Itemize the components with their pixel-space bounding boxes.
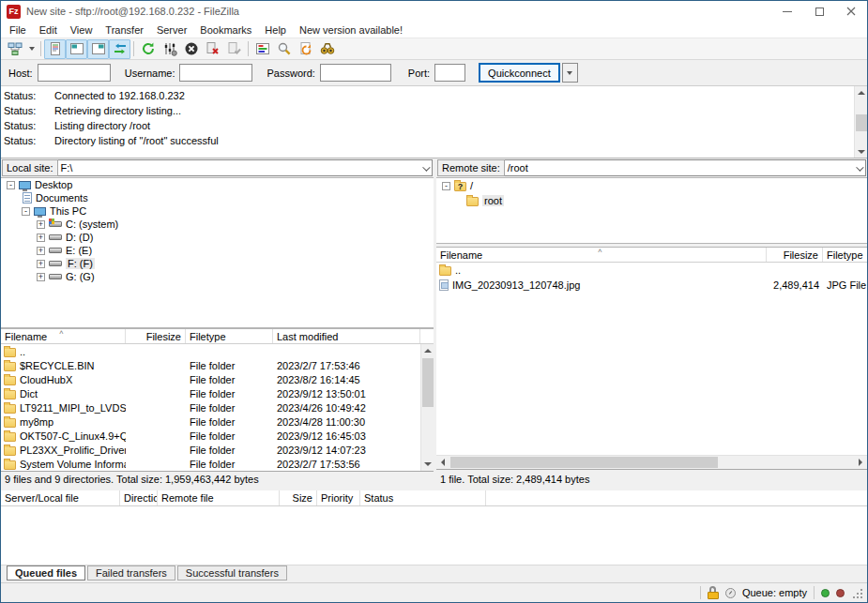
file-name: OKT507-C_Linux4.9+QT5.... — [20, 430, 126, 442]
scroll-left-button[interactable] — [436, 456, 449, 469]
expander-box[interactable]: + — [37, 234, 45, 242]
tree-item-documents[interactable]: Documents — [1, 191, 434, 204]
tree-label: / — [470, 180, 473, 191]
file-row[interactable]: PL23XX_Prolific_DriverInst... File folde… — [1, 443, 434, 457]
close-button[interactable] — [835, 1, 867, 22]
log-message: Listing directory /root — [54, 118, 150, 133]
file-row-up[interactable]: .. — [1, 344, 434, 358]
tab-queued-files[interactable]: Queued files — [7, 565, 85, 580]
menu-help[interactable]: Help — [258, 24, 293, 36]
port-input[interactable] — [434, 64, 465, 82]
refresh-button[interactable] — [137, 39, 159, 59]
file-row[interactable]: LT9211_MIPI_to_LVDS_HV... File folder 20… — [1, 400, 434, 415]
scroll-up-button[interactable] — [855, 86, 867, 99]
remote-hscrollbar[interactable] — [436, 455, 867, 469]
column-spacer — [486, 490, 867, 505]
expander-box[interactable]: - — [442, 182, 450, 190]
remote-site-combo[interactable]: /root — [505, 159, 866, 176]
message-log-icon — [48, 41, 63, 56]
file-row[interactable]: $RECYCLE.BIN File folder 2023/2/7 17:53:… — [1, 358, 434, 372]
site-manager-button[interactable] — [4, 39, 25, 59]
menu-new-version[interactable]: New version available! — [293, 24, 409, 36]
column-status[interactable]: Status — [360, 490, 486, 505]
scroll-down-button[interactable] — [421, 458, 434, 471]
scroll-thumb[interactable] — [450, 457, 718, 468]
disconnect-button[interactable] — [202, 39, 223, 59]
app-logo-icon: Fz — [7, 5, 21, 19]
tree-item-drive-c[interactable]: + C: (system) — [1, 218, 434, 231]
expander-box[interactable]: + — [37, 220, 45, 229]
folder-icon — [4, 432, 16, 442]
tab-successful-transfers[interactable]: Successful transfers — [177, 565, 287, 580]
tree-item-drive-d[interactable]: + D: (D) — [1, 231, 434, 244]
scroll-right-button[interactable] — [854, 456, 867, 469]
column-filesize[interactable]: Filesize — [767, 248, 823, 262]
menu-view[interactable]: View — [64, 24, 99, 36]
minimize-button[interactable] — [771, 1, 803, 22]
reconnect-button[interactable] — [223, 39, 245, 59]
scroll-thumb[interactable] — [422, 358, 434, 407]
toggle-message-log-button[interactable] — [44, 39, 66, 59]
column-filetype[interactable]: Filetype — [823, 248, 867, 262]
tree-item-drive-e[interactable]: + E: (E) — [1, 244, 434, 257]
tab-failed-transfers[interactable]: Failed transfers — [87, 565, 175, 580]
synchronized-browsing-button[interactable] — [295, 39, 316, 59]
scroll-thumb[interactable] — [856, 114, 867, 131]
file-row[interactable]: OKT507-C_Linux4.9+QT5.... File folder 20… — [1, 429, 434, 443]
expander-box[interactable]: - — [7, 181, 15, 189]
menu-file[interactable]: File — [3, 24, 33, 36]
expander-box[interactable]: + — [37, 273, 45, 281]
file-row-up[interactable]: .. — [436, 263, 867, 278]
tree-item-root[interactable]: root — [436, 193, 867, 208]
menu-server[interactable]: Server — [150, 24, 193, 36]
lock-icon[interactable] — [708, 586, 719, 599]
file-row[interactable]: IMG_20230913_120748.jpg 2,489,414 JPG Fi… — [436, 278, 867, 293]
maximize-button[interactable] — [803, 1, 835, 22]
cancel-operation-button[interactable] — [180, 39, 202, 59]
host-input[interactable] — [38, 64, 111, 82]
menu-edit[interactable]: Edit — [33, 24, 64, 36]
column-direction[interactable]: Direction — [120, 490, 158, 505]
expander-box[interactable]: - — [22, 207, 30, 216]
column-priority[interactable]: Priority — [317, 490, 360, 505]
quickconnect-button[interactable]: Quickconnect — [479, 63, 560, 83]
password-input[interactable] — [320, 64, 391, 82]
toggle-remote-tree-button[interactable] — [87, 39, 109, 59]
scroll-down-button[interactable] — [855, 145, 867, 158]
find-files-button[interactable] — [273, 39, 295, 59]
tree-item-root-slash[interactable]: - ? / — [436, 178, 867, 193]
column-remote-file[interactable]: Remote file — [158, 490, 280, 505]
expander-box[interactable]: + — [37, 260, 45, 268]
tree-item-this-pc[interactable]: - This PC — [1, 204, 434, 218]
log-label: Status: — [4, 88, 54, 103]
column-size[interactable]: Size — [280, 490, 317, 505]
column-server-local-file[interactable]: Server/Local file — [1, 490, 120, 505]
file-row[interactable]: my8mp File folder 2023/4/28 11:00:30 — [1, 415, 434, 429]
speed-limit-icon[interactable] — [725, 588, 736, 598]
process-queue-button[interactable] — [159, 39, 180, 59]
compare-directories-button[interactable] — [316, 39, 338, 59]
filter-button[interactable] — [251, 39, 273, 59]
local-site-combo[interactable]: F:\ — [58, 159, 433, 176]
menu-bookmarks[interactable]: Bookmarks — [193, 24, 258, 36]
tree-item-drive-f[interactable]: + F: (F) — [1, 257, 434, 270]
file-row[interactable]: CloudHubX File folder 2023/8/2 16:14:45 — [1, 372, 434, 386]
column-last-modified[interactable]: Last modified — [273, 329, 420, 343]
scroll-up-button[interactable] — [421, 344, 434, 357]
column-filetype[interactable]: Filetype — [186, 329, 273, 343]
local-list-scrollbar[interactable] — [420, 344, 434, 471]
tree-item-drive-g[interactable]: + G: (G) — [1, 270, 434, 283]
site-manager-dropdown[interactable] — [25, 39, 38, 59]
log-scrollbar[interactable] — [854, 86, 867, 158]
menu-transfer[interactable]: Transfer — [99, 24, 150, 36]
expander-box[interactable]: + — [37, 247, 45, 255]
file-row[interactable]: Dict File folder 2023/9/12 13:50:01 — [1, 386, 434, 400]
toggle-transfer-queue-button[interactable] — [109, 39, 130, 59]
column-filesize[interactable]: Filesize — [126, 329, 186, 343]
toggle-local-tree-button[interactable] — [66, 39, 87, 59]
quickconnect-dropdown[interactable] — [562, 63, 578, 83]
resize-grip[interactable] — [851, 587, 863, 599]
username-input[interactable] — [179, 64, 252, 82]
tree-item-desktop[interactable]: - Desktop — [1, 178, 434, 191]
file-row[interactable]: System Volume Informati... File folder 2… — [1, 457, 434, 471]
